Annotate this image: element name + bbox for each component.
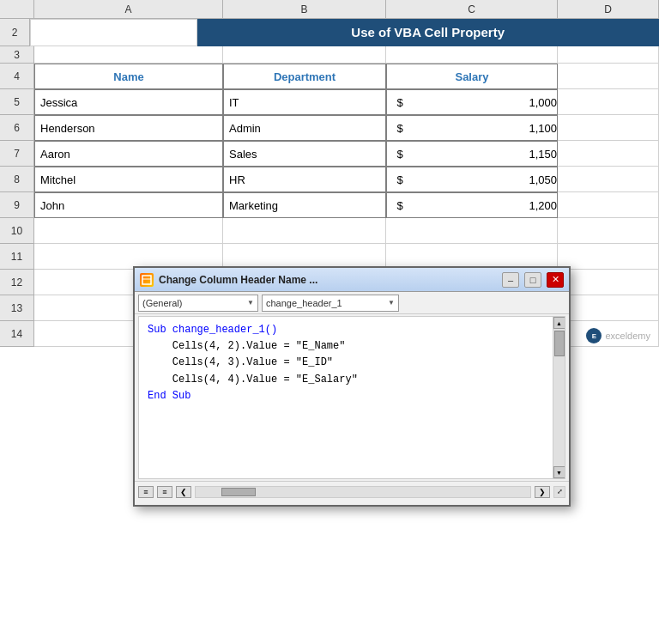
cell-e11 [558,244,659,270]
rownum-10: 10 [0,218,34,244]
watermark-logo: E [586,328,602,343]
minimize-button[interactable]: – [502,272,519,288]
vba-code-content: Sub change_header_1() Cells(4, 2).Value … [139,317,553,478]
cell-d9: $ 1,200 [386,192,558,218]
rownum-7: 7 [0,141,34,167]
header-department: Department [223,64,386,89]
rownum-6: 6 [0,115,34,141]
restore-button[interactable]: □ [524,272,541,288]
watermark-text: exceldemy [605,331,650,341]
dropdown1-arrow: ▼ [247,299,254,307]
dropdown2-arrow: ▼ [388,299,395,307]
column-headers: A B C D [0,0,659,19]
cell-e8 [558,167,659,192]
rownum-13: 13 [0,295,34,321]
macro-dropdown-label: change_header_1 [266,298,342,308]
row-7: 7 Aaron Sales $ 1,150 [0,141,659,167]
vba-toolbar: (General) ▼ change_header_1 ▼ [135,292,569,314]
cell-b3 [34,46,223,64]
macro-dropdown[interactable]: change_header_1 ▼ [262,295,399,312]
cell-b5: Jessica [34,89,223,115]
cell-e6 [558,115,659,141]
vba-dialog[interactable]: Change Column Header Name ... – □ ✕ (Gen… [133,266,571,507]
vba-title-icon [140,273,154,287]
dollar-8: $ [387,173,413,186]
close-button[interactable]: ✕ [547,272,564,288]
col-header-B: B [223,0,386,19]
left-arrow-icon[interactable]: ❮ [176,486,191,498]
cell-c9: Marketing [223,192,386,218]
header-salary: Salary [386,64,558,89]
dollar-5: $ [387,96,413,109]
dollar-9: $ [387,199,413,212]
right-arrow-icon[interactable]: ❯ [535,486,550,498]
row-10: 10 [0,218,659,244]
rownum-9: 9 [0,192,34,218]
h-scroll-thumb[interactable] [221,488,256,496]
cell-b10 [34,218,223,244]
amount-7: 1,150 [413,148,557,161]
vba-code-area[interactable]: Sub change_header_1() Cells(4, 2).Value … [138,316,565,479]
scroll-up-arrow[interactable]: ▲ [553,317,565,329]
cell-c6: Admin [223,115,386,141]
cell-e12 [558,270,659,295]
cell-e5 [558,89,659,115]
scroll-thumb[interactable] [554,331,565,356]
cell-b2 [30,19,197,46]
svg-rect-0 [142,276,151,284]
code-line-3: Cells(4, 3).Value = "E_ID" [148,355,544,371]
cell-d10 [386,218,558,244]
scrollbar-horizontal[interactable] [195,486,531,498]
code-line-1: Sub change_header_1() [148,322,544,338]
cell-d7: $ 1,150 [386,141,558,167]
rownum-5: 5 [0,89,34,115]
rownum-2: 2 [0,19,30,46]
cell-e4 [558,64,659,89]
corner-cell [0,0,34,19]
vba-bottom-bar: ≡ ≡ ❮ ❯ ⤢ [135,481,569,501]
cell-b9: John [34,192,223,218]
list-icon-2[interactable]: ≡ [157,486,172,498]
cell-e9 [558,192,659,218]
cell-d6: $ 1,100 [386,115,558,141]
row-8: 8 Mitchel HR $ 1,050 [0,167,659,192]
cell-c5: IT [223,89,386,115]
cell-c3 [223,46,386,64]
general-dropdown-label: (General) [142,298,182,308]
code-line-2: Cells(4, 2).Value = "E_Name" [148,338,544,355]
amount-8: 1,050 [413,173,557,186]
general-dropdown[interactable]: (General) ▼ [138,295,258,312]
rownum-3: 3 [0,46,34,64]
cell-d8: $ 1,050 [386,167,558,192]
cell-c10 [223,218,386,244]
vba-scrollbar-vertical[interactable]: ▲ ▼ [553,317,565,478]
col-header-C: C [386,0,558,19]
code-line-5: End Sub [148,388,544,404]
cell-b8: Mitchel [34,167,223,192]
row-2: 2 Use of VBA Cell Property [0,19,659,46]
rownum-14: 14 [0,321,34,347]
rownum-11: 11 [0,244,34,270]
dollar-7: $ [387,148,413,161]
cell-d5: $ 1,000 [386,89,558,115]
row-9: 9 John Marketing $ 1,200 [0,192,659,218]
rownum-12: 12 [0,270,34,295]
watermark: E exceldemy [586,328,650,343]
header-name: Name [34,64,223,89]
list-icon-1[interactable]: ≡ [138,486,154,498]
cell-c7: Sales [223,141,386,167]
title-cell: Use of VBA Cell Property [197,19,659,46]
row-5: 5 Jessica IT $ 1,000 [0,89,659,115]
amount-5: 1,000 [413,96,557,109]
rownum-4: 4 [0,64,34,89]
row-4: 4 Name Department Salary [0,64,659,89]
spreadsheet: A B C D 2 Use of VBA Cell Property 3 4 N… [0,0,659,644]
cell-e10 [558,218,659,244]
dollar-6: $ [387,122,413,135]
vba-titlebar: Change Column Header Name ... – □ ✕ [135,268,569,292]
resize-corner[interactable]: ⤢ [553,486,565,498]
vba-title-text: Change Column Header Name ... [159,274,497,286]
cell-e3 [558,46,659,64]
rownum-8: 8 [0,167,34,192]
scroll-down-arrow[interactable]: ▼ [553,466,565,478]
